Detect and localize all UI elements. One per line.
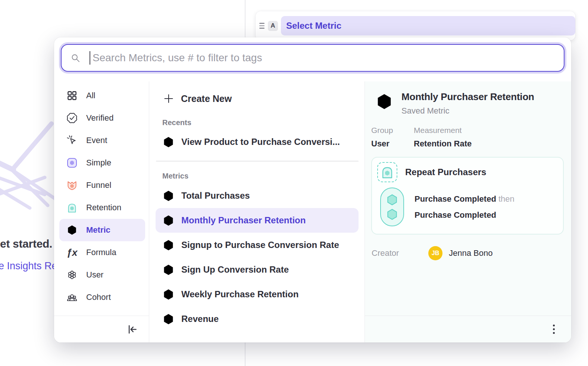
metric-item-monthly-purchaser-retention[interactable]: Monthly Purchaser Retention [156, 208, 359, 233]
metric-picker-dialog: All Verified Event Simple Funnel [54, 37, 571, 342]
sidebar-item-label: All [86, 91, 95, 100]
creator-avatar: JB [428, 246, 442, 260]
select-metric-label: Select Metric [286, 21, 341, 31]
sidebar-item-user[interactable]: User [59, 264, 145, 286]
metric-item-revenue[interactable]: Revenue [156, 307, 359, 331]
recent-metric-item[interactable]: View Product to Purchase Conversi... [156, 130, 359, 154]
detail-header: Monthly Purchaser Retention Saved Metric [371, 91, 567, 116]
metric-item-label: Weekly Purchase Retention [181, 289, 298, 300]
detail-footer [365, 316, 571, 342]
create-new-label: Create New [181, 93, 232, 104]
sidebar-item-retention[interactable]: Retention [59, 196, 145, 219]
screen: et started. e Insights Re A Select Metri… [0, 0, 588, 366]
list-divider [156, 161, 359, 162]
metric-hexagon-icon [162, 313, 175, 325]
search-input[interactable] [92, 52, 555, 64]
metric-list-column: Create New Recents View Product to Purch… [149, 81, 365, 342]
metric-clause-card: A Select Metric [256, 11, 575, 40]
create-new-button[interactable]: Create New [156, 89, 359, 108]
sidebar-item-label: Event [86, 136, 107, 145]
metric-hexagon-icon [66, 224, 78, 236]
metric-hexagon-icon [162, 190, 175, 202]
sidebar-item-label: Verified [86, 113, 113, 123]
background-get-started-text: et started. [0, 238, 52, 250]
formula-fx-icon: ƒx [66, 247, 78, 258]
sidebar-item-label: Simple [86, 158, 111, 168]
metric-hexagon-icon [162, 288, 175, 301]
metric-item-label: Revenue [181, 314, 219, 324]
clause-letter-badge: A [268, 21, 278, 31]
grid-icon [66, 90, 78, 101]
detail-subtitle: Saved Metric [401, 106, 534, 116]
background-insights-link[interactable]: e Insights Re [0, 260, 57, 272]
plus-icon [163, 93, 174, 104]
user-flower-icon [66, 269, 78, 280]
creator-row: Creator JB Jenna Bono [371, 246, 567, 260]
drag-handle-icon[interactable] [259, 23, 265, 29]
retention-arch-icon [66, 202, 78, 213]
sidebar-item-label: Formula [86, 248, 116, 257]
metric-detail-panel: Monthly Purchaser Retention Saved Metric… [365, 81, 571, 342]
sidebar-item-cohort[interactable]: Cohort [59, 286, 145, 308]
step-event-name: Purchase Completed [415, 194, 496, 204]
search-icon [71, 53, 81, 63]
retention-arch-icon [380, 165, 394, 179]
measurement-value: Retention Rate [414, 139, 472, 149]
group-label: Group [371, 126, 405, 135]
then-connector: then [498, 194, 514, 204]
sidebar-item-formula[interactable]: ƒx Formula [59, 241, 145, 264]
type-filter-sidebar: All Verified Event Simple Funnel [54, 81, 149, 342]
recent-metric-label: View Product to Purchase Conversi... [181, 137, 340, 147]
funnel-hexagon-icon [66, 180, 78, 191]
event-hexagon-icon [386, 193, 398, 206]
metric-item-label: Monthly Purchaser Retention [181, 215, 306, 226]
repeat-purchasers-icon [377, 162, 397, 182]
recents-section-label: Recents [162, 118, 359, 127]
sidebar-item-simple[interactable]: Simple [59, 152, 145, 174]
funnel-metric-hexagon-icon [162, 136, 175, 148]
metric-hexagon-icon [162, 214, 175, 227]
sidebar-item-label: Cohort [86, 292, 111, 302]
sidebar-item-metric[interactable]: Metric [59, 219, 145, 241]
event-cursor-icon [66, 135, 78, 146]
metric-item-weekly-purchase-retention[interactable]: Weekly Purchase Retention [156, 282, 359, 307]
collapse-sidebar-icon[interactable] [126, 323, 138, 336]
detail-title: Monthly Purchaser Retention [401, 91, 534, 103]
sidebar-item-all[interactable]: All [59, 84, 145, 107]
definition-card: Repeat Purchasers Purchase Completed the… [371, 157, 564, 235]
sidebar-item-label: Metric [86, 225, 110, 235]
creator-label: Creator [372, 248, 428, 258]
metric-item-label: Sign Up Conversion Rate [181, 264, 289, 275]
sidebar-item-label: User [86, 270, 103, 280]
definition-name: Repeat Purchasers [405, 167, 486, 177]
metrics-section-label: Metrics [162, 172, 359, 180]
sidebar-footer [54, 316, 149, 342]
definition-step-1: Purchase Completed then [415, 194, 514, 204]
metric-item-sign-up-conversion[interactable]: Sign Up Conversion Rate [156, 257, 359, 282]
definition-step-2: Purchase Completed [415, 210, 514, 220]
metric-item-total-purchases[interactable]: Total Purchases [156, 183, 359, 208]
text-cursor [90, 51, 90, 65]
sidebar-item-verified[interactable]: Verified [59, 107, 145, 129]
metric-hexagon-icon [162, 239, 175, 251]
more-options-icon[interactable] [551, 322, 557, 336]
metric-hexagon-icon [162, 264, 175, 276]
sidebar-item-funnel[interactable]: Funnel [59, 174, 145, 196]
step-event-name: Purchase Completed [415, 210, 496, 220]
detail-meta: Group User Measurement Retention Rate [371, 126, 567, 149]
creator-name: Jenna Bono [449, 248, 492, 258]
retention-metric-hexagon-icon [375, 93, 393, 111]
group-value: User [371, 139, 405, 149]
sidebar-item-label: Funnel [86, 180, 111, 190]
metric-item-label: Signup to Purchase Conversion Rate [181, 240, 339, 250]
cohort-people-icon [66, 292, 78, 303]
sidebar-item-label: Retention [86, 203, 121, 213]
event-sequence-capsule [380, 187, 404, 226]
measurement-label: Measurement [414, 126, 472, 135]
metric-item-signup-to-purchase[interactable]: Signup to Purchase Conversion Rate [156, 233, 359, 257]
sidebar-item-event[interactable]: Event [59, 129, 145, 152]
verified-badge-icon [66, 112, 78, 124]
metric-item-label: Total Purchases [181, 190, 250, 201]
simple-hexagon-icon [66, 157, 78, 168]
select-metric-button[interactable]: Select Metric [281, 16, 575, 35]
